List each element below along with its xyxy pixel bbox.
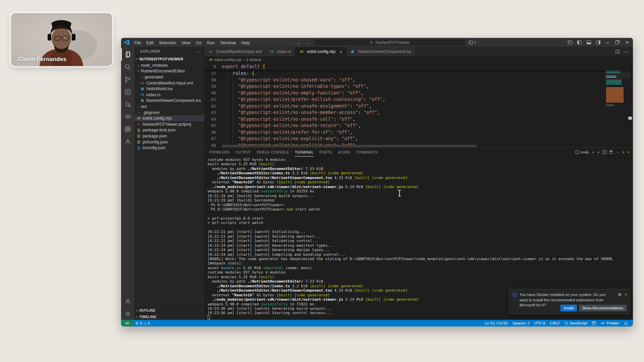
chevron-icon: › bbox=[135, 315, 139, 319]
activity-run-and-debug-icon[interactable] bbox=[121, 98, 135, 110]
menu-view[interactable]: View bbox=[179, 41, 193, 45]
indentation[interactable]: Spaces: 2 bbox=[510, 321, 532, 325]
show-recommendations-button[interactable]: Show Recommendations bbox=[579, 305, 627, 311]
more-actions-icon[interactable]: ⋯ bbox=[197, 49, 201, 54]
terminal-line bbox=[208, 315, 633, 320]
problems-status[interactable]: ⊘ 0 △ 0 bbox=[133, 320, 152, 326]
activity-teams-toolkit-icon[interactable] bbox=[121, 85, 135, 98]
project-root-folder[interactable]: › NUTRIENTPCFVIEWER bbox=[135, 56, 204, 62]
file-item-helloworld-tsx[interactable]: ⊛HelloWorld.tsx bbox=[135, 86, 204, 92]
maximize-panel-icon[interactable]: ∧ bbox=[622, 150, 625, 154]
activity-manage-gear-icon[interactable] bbox=[121, 307, 135, 320]
more-actions-icon[interactable]: ⋯ bbox=[615, 150, 619, 155]
activity-azure-icon[interactable] bbox=[121, 135, 135, 147]
file-item-eslint-config-mjs[interactable]: JSeslint.config.mjs bbox=[135, 115, 204, 121]
menu-run[interactable]: Run bbox=[204, 41, 217, 45]
activity-search-icon[interactable] bbox=[121, 61, 135, 73]
file-item-index-ts[interactable]: TSindex.ts bbox=[135, 92, 204, 98]
panel-tab-problems[interactable]: PROBLEMS bbox=[209, 148, 230, 157]
toggle-panel-icon[interactable] bbox=[584, 38, 593, 47]
customize-layout-icon[interactable] bbox=[565, 38, 575, 47]
outline-section[interactable]: › OUTLINE bbox=[135, 307, 204, 313]
panel-tab-azure[interactable]: AZURE bbox=[338, 148, 351, 157]
file-item-generated[interactable]: ›generated bbox=[135, 74, 204, 80]
menu-selection[interactable]: Selection bbox=[156, 41, 179, 45]
terminal-line: ◦PS D:\GBBP2025\NutrientPCFViewer> bbox=[208, 203, 633, 207]
code-text: "@typescript-eslint/no-unused-vars": "of… bbox=[222, 77, 355, 83]
eol-sequence[interactable]: CRLF bbox=[547, 321, 562, 325]
remote-indicator[interactable] bbox=[121, 320, 133, 326]
terminal-line: [6:22:24 pm] [start] [watch] Compiling a… bbox=[208, 252, 633, 257]
kill-terminal-icon[interactable] bbox=[609, 151, 612, 154]
forward-icon[interactable]: → bbox=[305, 40, 311, 45]
new-terminal-icon[interactable]: + bbox=[592, 150, 594, 154]
notifications-bell-icon[interactable] bbox=[622, 321, 630, 325]
toggle-secondary-sidebar-icon[interactable] bbox=[593, 38, 603, 47]
code-editor[interactable]: 9export default [ 37 rules: {38 "@typesc… bbox=[204, 63, 633, 147]
code-line: 40 "@typescript-eslint/no-empty-function… bbox=[204, 90, 633, 97]
install-button[interactable]: Install bbox=[560, 305, 577, 311]
menu-go[interactable]: Go bbox=[193, 41, 204, 45]
activity-accounts-icon[interactable] bbox=[121, 295, 135, 307]
panel-tab-output[interactable]: OUTPUT bbox=[236, 148, 251, 157]
file-item-package-json[interactable]: {}package.json bbox=[135, 133, 204, 139]
split-terminal-icon[interactable] bbox=[602, 150, 606, 154]
extension-status-icon[interactable] bbox=[590, 321, 598, 325]
activity-source-control-icon[interactable] bbox=[121, 73, 135, 85]
menu-file[interactable]: File bbox=[131, 41, 144, 45]
file-item-pcfconfig-json[interactable]: {}pcfconfig.json bbox=[135, 139, 204, 145]
tab-nutrientviewercomponent-tsx[interactable]: ⊛NutrientViewerComponent.tsx bbox=[346, 47, 415, 56]
search-input[interactable]: NutrientPCFViewer bbox=[314, 39, 466, 46]
panel-tab-ports[interactable]: PORTS bbox=[319, 148, 332, 157]
formatter-status[interactable]: ✓✓ Prettier bbox=[598, 321, 622, 325]
terminal-line: built modules 5.25 MiB [built] bbox=[208, 162, 633, 166]
horizontal-scrollbar[interactable] bbox=[222, 144, 633, 147]
terminal-line: runtime modules 937 bytes 4 modules bbox=[208, 270, 633, 275]
cursor-position[interactable]: Ln 53, Col 50 bbox=[482, 321, 510, 325]
file-item-controlmanifest-input-xml[interactable]: <>ControlManifest.Input.xml bbox=[135, 80, 204, 86]
breadcrumb[interactable]: JS eslint.config.mjs › [∙] default bbox=[204, 56, 633, 63]
timeline-section[interactable]: › TIMELINE bbox=[135, 313, 204, 320]
menu-help[interactable]: Help bbox=[238, 41, 253, 45]
menu-edit[interactable]: Edit bbox=[144, 41, 156, 45]
menu-terminal[interactable]: Terminal bbox=[217, 41, 238, 45]
activity-live-share-icon[interactable] bbox=[121, 110, 135, 123]
activity-explorer-icon[interactable] bbox=[121, 48, 135, 61]
profile-icon[interactable]: ∨ bbox=[469, 41, 476, 45]
tab-eslint-config-mjs[interactable]: JSeslint.config.mjs× bbox=[295, 47, 346, 56]
panel-tab-debug-console[interactable]: DEBUG CONSOLE bbox=[257, 148, 289, 157]
close-panel-icon[interactable]: × bbox=[628, 150, 630, 154]
file-item-nutrientdocumenteditor[interactable]: ›NutrientDocumentEditor bbox=[135, 68, 204, 74]
chevron-down-icon[interactable]: ∨ bbox=[597, 150, 599, 154]
back-icon[interactable]: ← bbox=[296, 40, 302, 45]
toggle-sidebar-icon[interactable] bbox=[575, 38, 584, 47]
code-line: 39 "@typescript-eslint/no-inferrable-typ… bbox=[204, 83, 633, 90]
minimap[interactable] bbox=[606, 64, 626, 104]
json-file-icon: {} bbox=[136, 128, 141, 132]
close-icon[interactable]: × bbox=[622, 38, 633, 47]
restore-icon[interactable] bbox=[612, 38, 622, 47]
terminal-profile[interactable]: › node bbox=[576, 150, 589, 154]
minimize-icon[interactable]: – bbox=[603, 38, 612, 47]
tab-index-ts[interactable]: TSindex.ts bbox=[266, 47, 295, 56]
file-item-node-modules[interactable]: ›node_modules bbox=[135, 62, 204, 68]
language-mode[interactable]: { } JavaScript bbox=[562, 321, 589, 325]
warning-icon: △ bbox=[144, 321, 146, 325]
panel-tab-comments[interactable]: COMMENTS bbox=[356, 148, 378, 157]
workbench: EXPLORER ⋯ › NUTRIENTPCFVIEWER ›node_mod… bbox=[121, 47, 633, 320]
file-item-out[interactable]: ›out bbox=[135, 104, 204, 110]
panel-tab-terminal[interactable]: TERMINAL bbox=[295, 148, 314, 157]
line-number: 37 bbox=[204, 70, 222, 77]
file-item-nutrientviewercomponent-tsx[interactable]: ⊛NutrientViewerComponent.tsx bbox=[135, 98, 204, 104]
editor-scrollbar-thumb[interactable] bbox=[628, 117, 632, 120]
encoding[interactable]: UTF-8 bbox=[532, 321, 548, 325]
tab-controlmanifest-input-xml[interactable]: <>ControlManifest.Input.xml bbox=[204, 47, 266, 56]
file-item--gitignore[interactable]: ○.gitignore bbox=[135, 110, 204, 116]
more-actions-icon[interactable]: ⋯ bbox=[624, 49, 629, 55]
file-item-package-lock-json[interactable]: {}package-lock.json bbox=[135, 127, 204, 133]
file-item-tsconfig-json[interactable]: {}tsconfig.json bbox=[135, 145, 204, 151]
file-item-nutrientpcfviewer-pcfproj[interactable]: <>NutrientPCFViewer.pcfproj bbox=[135, 121, 204, 127]
close-tab-icon[interactable]: × bbox=[340, 49, 342, 54]
activity-extensions-icon[interactable] bbox=[121, 123, 135, 135]
split-editor-icon[interactable] bbox=[615, 50, 620, 53]
